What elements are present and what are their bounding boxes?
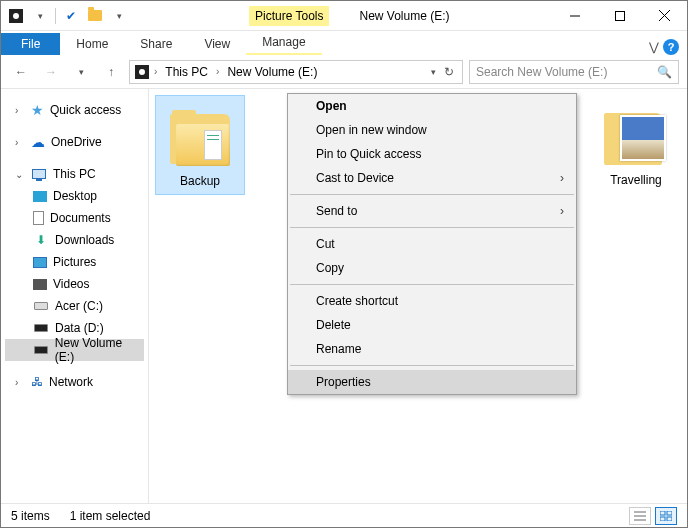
tab-share[interactable]: Share	[124, 33, 188, 55]
close-button[interactable]	[642, 1, 687, 31]
help-icon[interactable]: ?	[663, 39, 679, 55]
window-controls	[552, 1, 687, 31]
tree-label: Documents	[50, 211, 111, 225]
tree-downloads[interactable]: ⬇Downloads	[5, 229, 144, 251]
ctx-delete[interactable]: Delete	[288, 313, 576, 337]
svg-point-1	[13, 13, 19, 19]
tab-file[interactable]: File	[1, 33, 60, 55]
ctx-create-shortcut[interactable]: Create shortcut	[288, 289, 576, 313]
tree-videos[interactable]: Videos	[5, 273, 144, 295]
chevron-bar-icon[interactable]: ▾	[108, 5, 130, 27]
ctx-separator	[290, 194, 574, 195]
properties-check-icon[interactable]: ✔	[60, 5, 82, 27]
tree-this-pc[interactable]: ⌄This PC	[5, 163, 144, 185]
window-title: New Volume (E:)	[359, 9, 449, 23]
ctx-cut[interactable]: Cut	[288, 232, 576, 256]
recent-locations-icon[interactable]: ▾	[69, 60, 93, 84]
ctx-label: Cast to Device	[316, 171, 394, 185]
documents-icon	[33, 211, 44, 225]
ctx-separator	[290, 365, 574, 366]
chevron-right-icon[interactable]: ›	[214, 66, 221, 77]
desktop-icon	[33, 191, 47, 202]
quick-access-toolbar: ▾ ✔ ▾	[1, 1, 134, 30]
tree-label: Network	[49, 375, 93, 389]
ctx-open[interactable]: Open	[288, 94, 576, 118]
svg-rect-3	[615, 11, 624, 20]
tab-view[interactable]: View	[188, 33, 246, 55]
search-placeholder: Search New Volume (E:)	[476, 65, 607, 79]
status-item-count: 5 items	[11, 509, 50, 523]
svg-rect-11	[660, 511, 665, 515]
refresh-icon[interactable]: ↻	[444, 65, 454, 79]
back-button[interactable]: ←	[9, 60, 33, 84]
chevron-down-icon[interactable]: ▾	[29, 5, 51, 27]
maximize-button[interactable]	[597, 1, 642, 31]
app-icon[interactable]	[5, 5, 27, 27]
ctx-rename[interactable]: Rename	[288, 337, 576, 361]
address-bar[interactable]: › This PC › New Volume (E:) ▾ ↻	[129, 60, 463, 84]
tree-drive-e[interactable]: New Volume (E:)	[5, 339, 144, 361]
tree-label: Quick access	[50, 103, 121, 117]
context-menu: Open Open in new window Pin to Quick acc…	[287, 93, 577, 395]
svg-rect-13	[660, 517, 665, 521]
tree-drive-c[interactable]: Acer (C:)	[5, 295, 144, 317]
breadcrumb-current[interactable]: New Volume (E:)	[223, 65, 321, 79]
tab-home[interactable]: Home	[60, 33, 124, 55]
location-icon	[134, 64, 150, 80]
breadcrumb-this-pc[interactable]: This PC	[161, 65, 212, 79]
cloud-icon: ☁	[31, 134, 45, 150]
folder-icon	[168, 102, 232, 170]
icons-view-button[interactable]	[655, 507, 677, 525]
tab-manage[interactable]: Manage	[246, 31, 321, 55]
chevron-right-icon[interactable]: ›	[152, 66, 159, 77]
tree-pictures[interactable]: Pictures	[5, 251, 144, 273]
tree-documents[interactable]: Documents	[5, 207, 144, 229]
tree-desktop[interactable]: Desktop	[5, 185, 144, 207]
tree-label: Acer (C:)	[55, 299, 103, 313]
network-icon: 🖧	[31, 375, 43, 389]
ctx-open-new-window[interactable]: Open in new window	[288, 118, 576, 142]
downloads-icon: ⬇	[33, 232, 49, 248]
folder-icon	[604, 101, 668, 169]
folder-label: Backup	[180, 174, 220, 188]
tree-onedrive[interactable]: ›☁OneDrive	[5, 131, 144, 153]
star-icon: ★	[31, 102, 44, 118]
minimize-button[interactable]	[552, 1, 597, 31]
forward-button[interactable]: →	[39, 60, 63, 84]
tree-label: This PC	[53, 167, 96, 181]
address-bar-row: ← → ▾ ↑ › This PC › New Volume (E:) ▾ ↻ …	[1, 55, 687, 89]
svg-rect-14	[667, 517, 672, 521]
chevron-right-icon: ›	[560, 171, 564, 185]
folder-label: Travelling	[610, 173, 662, 187]
tree-network[interactable]: ›🖧Network	[5, 371, 144, 393]
folder-backup[interactable]: Backup	[155, 95, 245, 195]
ctx-properties[interactable]: Properties	[288, 370, 576, 394]
drive-icon	[33, 320, 49, 336]
svg-rect-12	[667, 511, 672, 515]
details-view-button[interactable]	[629, 507, 651, 525]
search-input[interactable]: Search New Volume (E:) 🔍	[469, 60, 679, 84]
tree-label: Data (D:)	[55, 321, 104, 335]
videos-icon	[33, 279, 47, 290]
chevron-right-icon: ›	[560, 204, 564, 218]
folder-travelling[interactable]: Travelling	[591, 95, 681, 193]
ctx-separator	[290, 227, 574, 228]
tree-label: New Volume (E:)	[55, 336, 144, 364]
location-folder-icon[interactable]	[84, 5, 106, 27]
up-button[interactable]: ↑	[99, 60, 123, 84]
ribbon-context-tab: Picture Tools	[249, 6, 329, 26]
ribbon-expand-icon[interactable]: ⋁	[649, 40, 659, 54]
search-icon: 🔍	[657, 65, 672, 79]
view-switcher	[629, 507, 677, 525]
ctx-send-to[interactable]: Send to›	[288, 199, 576, 223]
tree-label: Desktop	[53, 189, 97, 203]
ctx-pin-quick-access[interactable]: Pin to Quick access	[288, 142, 576, 166]
dropdown-icon[interactable]: ▾	[431, 67, 436, 77]
ctx-cast-to-device[interactable]: Cast to Device›	[288, 166, 576, 190]
ctx-label: Send to	[316, 204, 357, 218]
monitor-icon	[31, 166, 47, 182]
ctx-copy[interactable]: Copy	[288, 256, 576, 280]
tree-label: Pictures	[53, 255, 96, 269]
svg-point-7	[139, 69, 145, 75]
tree-quick-access[interactable]: ›★Quick access	[5, 99, 144, 121]
